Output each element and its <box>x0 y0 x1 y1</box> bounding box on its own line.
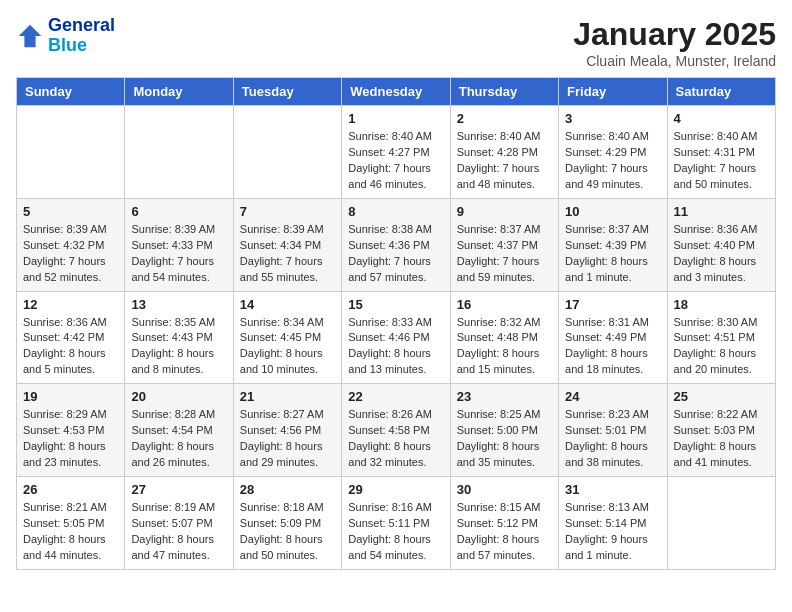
calendar-week-1: 1Sunrise: 8:40 AMSunset: 4:27 PMDaylight… <box>17 106 776 199</box>
day-info: Sunrise: 8:31 AMSunset: 4:49 PMDaylight:… <box>565 315 660 379</box>
weekday-header-thursday: Thursday <box>450 78 558 106</box>
calendar-cell: 20Sunrise: 8:28 AMSunset: 4:54 PMDayligh… <box>125 384 233 477</box>
day-number: 6 <box>131 204 226 219</box>
day-info: Sunrise: 8:39 AMSunset: 4:33 PMDaylight:… <box>131 222 226 286</box>
day-info: Sunrise: 8:37 AMSunset: 4:39 PMDaylight:… <box>565 222 660 286</box>
calendar-cell <box>667 477 775 570</box>
calendar-cell: 2Sunrise: 8:40 AMSunset: 4:28 PMDaylight… <box>450 106 558 199</box>
calendar-cell: 18Sunrise: 8:30 AMSunset: 4:51 PMDayligh… <box>667 291 775 384</box>
calendar-cell: 30Sunrise: 8:15 AMSunset: 5:12 PMDayligh… <box>450 477 558 570</box>
day-info: Sunrise: 8:29 AMSunset: 4:53 PMDaylight:… <box>23 407 118 471</box>
day-number: 28 <box>240 482 335 497</box>
day-info: Sunrise: 8:28 AMSunset: 4:54 PMDaylight:… <box>131 407 226 471</box>
calendar-cell <box>233 106 341 199</box>
calendar-week-4: 19Sunrise: 8:29 AMSunset: 4:53 PMDayligh… <box>17 384 776 477</box>
day-number: 4 <box>674 111 769 126</box>
calendar-cell <box>17 106 125 199</box>
day-info: Sunrise: 8:13 AMSunset: 5:14 PMDaylight:… <box>565 500 660 564</box>
calendar-cell: 24Sunrise: 8:23 AMSunset: 5:01 PMDayligh… <box>559 384 667 477</box>
day-info: Sunrise: 8:19 AMSunset: 5:07 PMDaylight:… <box>131 500 226 564</box>
calendar-cell: 23Sunrise: 8:25 AMSunset: 5:00 PMDayligh… <box>450 384 558 477</box>
calendar-cell: 17Sunrise: 8:31 AMSunset: 4:49 PMDayligh… <box>559 291 667 384</box>
day-info: Sunrise: 8:32 AMSunset: 4:48 PMDaylight:… <box>457 315 552 379</box>
calendar-cell: 6Sunrise: 8:39 AMSunset: 4:33 PMDaylight… <box>125 198 233 291</box>
calendar-cell: 12Sunrise: 8:36 AMSunset: 4:42 PMDayligh… <box>17 291 125 384</box>
day-info: Sunrise: 8:36 AMSunset: 4:40 PMDaylight:… <box>674 222 769 286</box>
calendar-cell: 19Sunrise: 8:29 AMSunset: 4:53 PMDayligh… <box>17 384 125 477</box>
calendar-cell: 29Sunrise: 8:16 AMSunset: 5:11 PMDayligh… <box>342 477 450 570</box>
calendar-cell: 8Sunrise: 8:38 AMSunset: 4:36 PMDaylight… <box>342 198 450 291</box>
day-number: 29 <box>348 482 443 497</box>
location-subtitle: Cluain Meala, Munster, Ireland <box>573 53 776 69</box>
calendar-cell: 9Sunrise: 8:37 AMSunset: 4:37 PMDaylight… <box>450 198 558 291</box>
day-info: Sunrise: 8:40 AMSunset: 4:31 PMDaylight:… <box>674 129 769 193</box>
day-info: Sunrise: 8:36 AMSunset: 4:42 PMDaylight:… <box>23 315 118 379</box>
day-number: 26 <box>23 482 118 497</box>
calendar-cell: 27Sunrise: 8:19 AMSunset: 5:07 PMDayligh… <box>125 477 233 570</box>
title-block: January 2025 Cluain Meala, Munster, Irel… <box>573 16 776 69</box>
calendar-week-5: 26Sunrise: 8:21 AMSunset: 5:05 PMDayligh… <box>17 477 776 570</box>
calendar-cell: 31Sunrise: 8:13 AMSunset: 5:14 PMDayligh… <box>559 477 667 570</box>
day-number: 2 <box>457 111 552 126</box>
calendar-cell: 26Sunrise: 8:21 AMSunset: 5:05 PMDayligh… <box>17 477 125 570</box>
day-number: 13 <box>131 297 226 312</box>
calendar-cell: 21Sunrise: 8:27 AMSunset: 4:56 PMDayligh… <box>233 384 341 477</box>
calendar-cell: 10Sunrise: 8:37 AMSunset: 4:39 PMDayligh… <box>559 198 667 291</box>
day-number: 5 <box>23 204 118 219</box>
page-header: General Blue January 2025 Cluain Meala, … <box>16 16 776 69</box>
calendar-cell: 28Sunrise: 8:18 AMSunset: 5:09 PMDayligh… <box>233 477 341 570</box>
day-number: 24 <box>565 389 660 404</box>
day-info: Sunrise: 8:25 AMSunset: 5:00 PMDaylight:… <box>457 407 552 471</box>
calendar-cell: 11Sunrise: 8:36 AMSunset: 4:40 PMDayligh… <box>667 198 775 291</box>
logo-icon <box>16 22 44 50</box>
day-info: Sunrise: 8:30 AMSunset: 4:51 PMDaylight:… <box>674 315 769 379</box>
day-info: Sunrise: 8:35 AMSunset: 4:43 PMDaylight:… <box>131 315 226 379</box>
day-info: Sunrise: 8:22 AMSunset: 5:03 PMDaylight:… <box>674 407 769 471</box>
calendar-cell: 5Sunrise: 8:39 AMSunset: 4:32 PMDaylight… <box>17 198 125 291</box>
day-number: 27 <box>131 482 226 497</box>
calendar-cell: 25Sunrise: 8:22 AMSunset: 5:03 PMDayligh… <box>667 384 775 477</box>
day-info: Sunrise: 8:40 AMSunset: 4:27 PMDaylight:… <box>348 129 443 193</box>
day-number: 25 <box>674 389 769 404</box>
calendar-cell <box>125 106 233 199</box>
day-number: 22 <box>348 389 443 404</box>
day-info: Sunrise: 8:37 AMSunset: 4:37 PMDaylight:… <box>457 222 552 286</box>
calendar-cell: 3Sunrise: 8:40 AMSunset: 4:29 PMDaylight… <box>559 106 667 199</box>
calendar-cell: 16Sunrise: 8:32 AMSunset: 4:48 PMDayligh… <box>450 291 558 384</box>
day-number: 20 <box>131 389 226 404</box>
day-number: 14 <box>240 297 335 312</box>
day-info: Sunrise: 8:40 AMSunset: 4:28 PMDaylight:… <box>457 129 552 193</box>
weekday-header-wednesday: Wednesday <box>342 78 450 106</box>
weekday-header-tuesday: Tuesday <box>233 78 341 106</box>
calendar-cell: 13Sunrise: 8:35 AMSunset: 4:43 PMDayligh… <box>125 291 233 384</box>
day-info: Sunrise: 8:38 AMSunset: 4:36 PMDaylight:… <box>348 222 443 286</box>
day-info: Sunrise: 8:15 AMSunset: 5:12 PMDaylight:… <box>457 500 552 564</box>
logo: General Blue <box>16 16 115 56</box>
calendar-cell: 15Sunrise: 8:33 AMSunset: 4:46 PMDayligh… <box>342 291 450 384</box>
calendar-cell: 4Sunrise: 8:40 AMSunset: 4:31 PMDaylight… <box>667 106 775 199</box>
calendar-cell: 1Sunrise: 8:40 AMSunset: 4:27 PMDaylight… <box>342 106 450 199</box>
weekday-header-friday: Friday <box>559 78 667 106</box>
day-number: 9 <box>457 204 552 219</box>
calendar-cell: 22Sunrise: 8:26 AMSunset: 4:58 PMDayligh… <box>342 384 450 477</box>
svg-marker-0 <box>19 25 41 47</box>
day-info: Sunrise: 8:39 AMSunset: 4:32 PMDaylight:… <box>23 222 118 286</box>
weekday-header-monday: Monday <box>125 78 233 106</box>
weekday-header-sunday: Sunday <box>17 78 125 106</box>
day-number: 18 <box>674 297 769 312</box>
day-info: Sunrise: 8:39 AMSunset: 4:34 PMDaylight:… <box>240 222 335 286</box>
day-number: 3 <box>565 111 660 126</box>
day-number: 21 <box>240 389 335 404</box>
day-number: 17 <box>565 297 660 312</box>
day-number: 19 <box>23 389 118 404</box>
day-number: 30 <box>457 482 552 497</box>
day-info: Sunrise: 8:16 AMSunset: 5:11 PMDaylight:… <box>348 500 443 564</box>
weekday-header-row: SundayMondayTuesdayWednesdayThursdayFrid… <box>17 78 776 106</box>
calendar-table: SundayMondayTuesdayWednesdayThursdayFrid… <box>16 77 776 570</box>
day-info: Sunrise: 8:33 AMSunset: 4:46 PMDaylight:… <box>348 315 443 379</box>
calendar-week-3: 12Sunrise: 8:36 AMSunset: 4:42 PMDayligh… <box>17 291 776 384</box>
month-title: January 2025 <box>573 16 776 53</box>
day-info: Sunrise: 8:21 AMSunset: 5:05 PMDaylight:… <box>23 500 118 564</box>
day-info: Sunrise: 8:34 AMSunset: 4:45 PMDaylight:… <box>240 315 335 379</box>
logo-text: General Blue <box>48 16 115 56</box>
